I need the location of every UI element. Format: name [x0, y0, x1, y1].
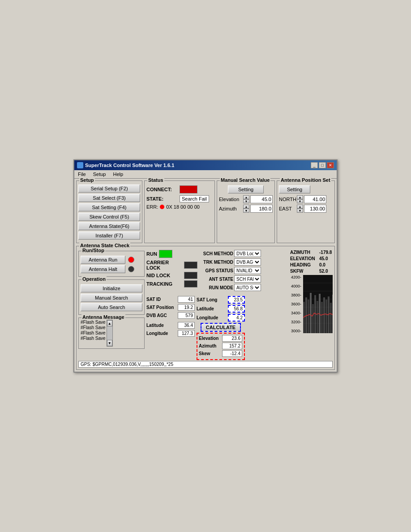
msg-item-1: #Flash Save — [81, 325, 106, 330]
skew-control-button[interactable]: Skew Control (F5) — [78, 213, 140, 221]
middle-panel: RUN CARRIER LOCK NID LOCK — [146, 250, 288, 360]
y-label-2: 3800- — [291, 293, 301, 297]
north-spinner[interactable]: ▲ ▼ — [297, 195, 303, 203]
titlebar-title: SuperTrack Control Software Ver 1.6.1 — [77, 162, 174, 168]
run-mode-label: RUN MODE — [201, 285, 233, 290]
svg-rect-11 — [312, 304, 314, 333]
scroll-down[interactable]: ▼ — [107, 340, 112, 346]
message-scrollbar[interactable]: ▲ ▼ — [107, 320, 113, 347]
east-spinner[interactable]: ▲ ▼ — [297, 205, 303, 213]
manual-search-setting-button[interactable]: Setting — [228, 185, 264, 193]
calc-azimuth-label: Azimuth — [199, 343, 221, 348]
east-down[interactable]: ▼ — [297, 209, 303, 213]
operation-label: Operation — [81, 276, 107, 282]
serial-setup-button[interactable]: Serial Setup (F2) — [78, 184, 140, 193]
sat-id-row: SAT ID 41 — [146, 296, 195, 303]
east-input[interactable] — [304, 205, 326, 213]
trk-method-select[interactable]: DVB AGC — [234, 258, 261, 266]
carrier-lock-row: CARRIER LOCK — [146, 260, 197, 270]
azimuth-display-value: -179.8 — [319, 250, 332, 255]
state-value: Search Fail — [180, 195, 209, 202]
azimuth-display-row: AZIMUTH -179.8 — [290, 250, 333, 255]
gps-status-row: GPS STATUS NVALID — [201, 267, 261, 274]
sat-position-label: SAT Position — [146, 305, 177, 310]
calculate-button[interactable]: CALCULATE — [201, 323, 241, 332]
setup-group-label: Setup — [79, 177, 95, 183]
nid-lock-indicator — [184, 272, 197, 279]
sat-select-button[interactable]: Sat Select (F3) — [78, 194, 140, 202]
antenna-state-button[interactable]: Antenna State(F6) — [78, 222, 140, 230]
azimuth-up[interactable]: ▲ — [243, 205, 249, 209]
antenna-halt-button[interactable]: Antenna Halt — [81, 265, 125, 273]
elevation-up[interactable]: ▲ — [243, 195, 249, 199]
err-row: ERR: 0X 18 00 00 00 — [146, 204, 213, 210]
longitude-label: Longitude — [197, 315, 227, 320]
scroll-up[interactable]: ▲ — [107, 320, 112, 326]
operation-group: Operation Initialize Manual Search Auto … — [78, 279, 145, 315]
err-code: 0X 18 00 00 00 — [166, 204, 200, 210]
menu-file[interactable]: File — [76, 171, 88, 177]
maximize-button[interactable]: □ — [319, 162, 326, 168]
main-content: Setup Serial Setup (F2) Sat Select (F3) … — [74, 179, 337, 372]
sat-left-data: SAT ID 41 SAT Position 19.2 DVB AGC 579 — [146, 296, 195, 360]
minimize-button[interactable]: _ — [311, 162, 318, 168]
run-stop-group: Run/Stop Antenna Run Antenna Halt — [78, 251, 145, 277]
run-mode-row: RUN MODE AUTO SCH — [201, 284, 261, 291]
installer-button[interactable]: Installer (F7) — [78, 232, 140, 240]
initialize-button[interactable]: Initialize — [81, 284, 142, 292]
close-button[interactable]: ✕ — [327, 162, 334, 168]
azimuth-input[interactable] — [250, 205, 273, 213]
north-down[interactable]: ▼ — [297, 199, 303, 203]
north-up[interactable]: ▲ — [297, 195, 303, 199]
skew-display-label: SKFW — [290, 269, 319, 274]
sat-setting-button[interactable]: Sat Setting (F4) — [78, 203, 140, 211]
east-up[interactable]: ▲ — [297, 205, 303, 209]
latitude-label: Latitude — [197, 306, 227, 311]
dvb-agc-row: DVB AGC 579 — [146, 312, 195, 319]
gps-status-select[interactable]: NVALID — [234, 267, 261, 274]
state-label: STATE: — [146, 196, 178, 202]
svg-rect-13 — [317, 301, 318, 333]
scroll-track[interactable] — [107, 326, 112, 340]
antenna-halt-row: Antenna Halt — [81, 265, 142, 273]
err-label: ERR: — [146, 204, 158, 210]
sch-method-row: SCH METHOD DVB Lock — [201, 250, 261, 257]
antenna-run-button[interactable]: Antenna Run — [81, 256, 125, 264]
menu-help[interactable]: Help — [111, 171, 125, 177]
carrier-lock-indicator — [184, 262, 197, 269]
antenna-halt-indicator — [128, 266, 134, 272]
main-window: SuperTrack Control Software Ver 1.6.1 _ … — [73, 159, 338, 373]
antenna-pos-setting-button[interactable]: Setting — [279, 185, 310, 193]
status-group-label: Status — [147, 177, 164, 183]
elevation-spinner[interactable]: ▲ ▼ — [243, 195, 249, 203]
svg-rect-19 — [330, 303, 332, 333]
elevation-input[interactable] — [250, 195, 273, 203]
azimuth-down[interactable]: ▼ — [243, 209, 249, 213]
sat-position-value: 19.2 — [178, 304, 195, 311]
azimuth-spinner[interactable]: ▲ ▼ — [243, 205, 249, 213]
latitude2-value: 36.4 — [178, 322, 195, 329]
heading-display-label: HEADING — [290, 262, 319, 267]
msg-item-2: #Flash Save — [81, 330, 106, 335]
gps-status-label: GPS STATUS — [201, 268, 233, 273]
antenna-position-set-label: Antenna Position Set — [280, 177, 331, 183]
north-input[interactable] — [304, 195, 326, 203]
sat-id-value: 41 — [178, 296, 195, 303]
chart-svg — [303, 275, 333, 333]
antenna-run-row: Antenna Run — [81, 256, 142, 264]
sat-id-label: SAT ID — [146, 297, 177, 302]
antenna-state-section: Antenna State Check Run/Stop Antenna Run… — [76, 246, 335, 370]
auto-search-button[interactable]: Auto Search — [81, 303, 142, 311]
status-group: Status CONNECT: STATE: Search Fail ERR: … — [144, 180, 215, 243]
run-text: RUN — [146, 251, 157, 257]
menu-setup[interactable]: Setup — [91, 171, 108, 177]
run-mode-select[interactable]: AUTO SCH — [234, 284, 261, 291]
manual-search-button[interactable]: Manual Search — [81, 294, 142, 302]
azimuth-row: Azimuth ▲ ▼ — [219, 205, 273, 213]
ant-state-label: ANT STATE — [201, 277, 233, 282]
sch-method-select[interactable]: DVB Lock — [234, 250, 261, 257]
elevation-down[interactable]: ▼ — [243, 199, 249, 203]
trk-method-label: TRK METHOD — [201, 260, 233, 265]
ant-state-select[interactable]: SCH FAIL — [234, 275, 261, 283]
connect-row: CONNECT: — [146, 185, 213, 193]
